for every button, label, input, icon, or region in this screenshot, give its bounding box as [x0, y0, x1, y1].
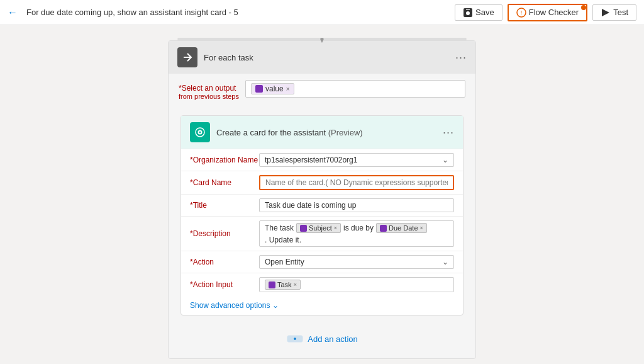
flow-checker-wrap: ! Flow Checker	[508, 4, 587, 21]
foreach-label: For each task	[204, 53, 449, 62]
card-name-row: *Card Name	[181, 171, 463, 194]
show-advanced[interactable]: Show advanced options ⌄	[181, 296, 463, 315]
chip-icon	[255, 85, 263, 93]
create-card-header: Create a card for the assistant (Preview…	[181, 116, 463, 149]
foreach-header: For each task ···	[169, 41, 475, 74]
value-chip: value ×	[251, 83, 294, 94]
flow-checker-button[interactable]: ! Flow Checker	[508, 4, 587, 21]
action-select[interactable]: Open Entity ⌄	[259, 255, 454, 269]
flow-checker-label: Flow Checker	[529, 8, 579, 17]
action-row: *Action Open Entity ⌄	[181, 251, 463, 273]
save-label: Save	[475, 8, 494, 17]
test-icon	[601, 8, 611, 18]
svg-text:!: !	[520, 9, 522, 16]
action-label: *Action	[190, 258, 259, 266]
action-chip-remove[interactable]: ×	[294, 282, 297, 288]
org-name-select[interactable]: tp1salespersistent7002org1 ⌄	[259, 153, 454, 167]
svg-point-6	[199, 132, 201, 134]
card-name-label: *Card Name	[190, 178, 259, 187]
action-value: Open Entity	[265, 258, 304, 266]
notification-dot	[581, 5, 586, 10]
action-chevron: ⌄	[442, 258, 448, 266]
org-name-label: *Organization Name	[190, 156, 259, 164]
org-name-chevron: ⌄	[442, 156, 448, 164]
select-output-row: *Select an output from previous steps va…	[179, 80, 465, 100]
action-input-label: *Action Input	[190, 280, 259, 289]
description-field[interactable]: The task Subject × is due by Due Date	[259, 220, 454, 247]
show-advanced-label: Show advanced options	[190, 301, 270, 310]
action-input-row: *Action Input Task ×	[181, 273, 463, 296]
test-button[interactable]: Test	[592, 4, 636, 21]
foreach-body: *Select an output from previous steps va…	[169, 74, 475, 358]
foreach-icon	[177, 47, 197, 67]
title-label: *Title	[190, 201, 259, 210]
canvas: ⏰ On a daily basis ··· Get all tasks sch…	[0, 25, 644, 364]
create-card-block: Create a card for the assistant (Preview…	[180, 115, 464, 316]
create-card-label: Create a card for the assistant (Preview…	[216, 128, 436, 137]
desc-prefix: The task	[265, 224, 294, 232]
save-button[interactable]: Save	[455, 4, 502, 21]
duedate-chip-label: Due Date	[389, 224, 418, 232]
select-output-input[interactable]: value ×	[245, 80, 465, 98]
desc-suffix: . Update it.	[265, 236, 301, 244]
save-icon	[463, 8, 473, 18]
title-input[interactable]	[259, 198, 454, 212]
add-action-icon	[286, 332, 304, 346]
description-label: *Description	[190, 229, 259, 238]
create-card-icon	[190, 122, 210, 142]
description-row: *Description The task Subject × is due b…	[181, 216, 463, 251]
add-action-label: Add an action	[308, 334, 358, 344]
action-chip-icon	[269, 282, 275, 288]
action-chip-label: Task	[277, 281, 292, 288]
subject-chip-remove[interactable]: ×	[334, 225, 337, 231]
foreach-block: For each task ··· *Select an output from…	[168, 40, 476, 359]
create-card-menu[interactable]: ···	[443, 126, 454, 139]
desc-mid: is due by	[343, 224, 374, 232]
action-input-chip: Task ×	[265, 280, 301, 290]
duedate-chip: Due Date ×	[376, 223, 427, 233]
add-action-button[interactable]: Add an action	[279, 328, 365, 350]
subject-chip: Subject ×	[296, 223, 341, 233]
card-name-input[interactable]	[259, 175, 454, 190]
org-name-value: tp1salespersistent7002org1	[265, 156, 357, 164]
duedate-chip-icon	[380, 225, 387, 232]
foreach-menu[interactable]: ···	[455, 51, 467, 64]
card-form: *Organization Name tp1salespersistent700…	[181, 149, 463, 315]
page-title: For due date coming up, show an assistan…	[26, 8, 450, 17]
title-row: *Title	[181, 194, 463, 216]
subject-chip-label: Subject	[309, 224, 332, 232]
test-label: Test	[613, 8, 628, 17]
org-name-row: *Organization Name tp1salespersistent700…	[181, 149, 463, 171]
show-advanced-chevron: ⌄	[272, 301, 279, 310]
duedate-chip-remove[interactable]: ×	[420, 225, 423, 231]
top-bar: ← For due date coming up, show an assist…	[0, 0, 644, 25]
select-output-label: *Select an output from previous steps	[179, 80, 239, 100]
chip-label: value	[265, 84, 284, 93]
action-input-field[interactable]: Task ×	[259, 277, 454, 292]
flow-checker-icon: !	[516, 8, 526, 18]
chip-remove[interactable]: ×	[286, 86, 290, 93]
subject-chip-icon	[300, 225, 307, 232]
add-action-row: Add an action	[279, 328, 365, 350]
back-button[interactable]: ←	[8, 7, 18, 18]
